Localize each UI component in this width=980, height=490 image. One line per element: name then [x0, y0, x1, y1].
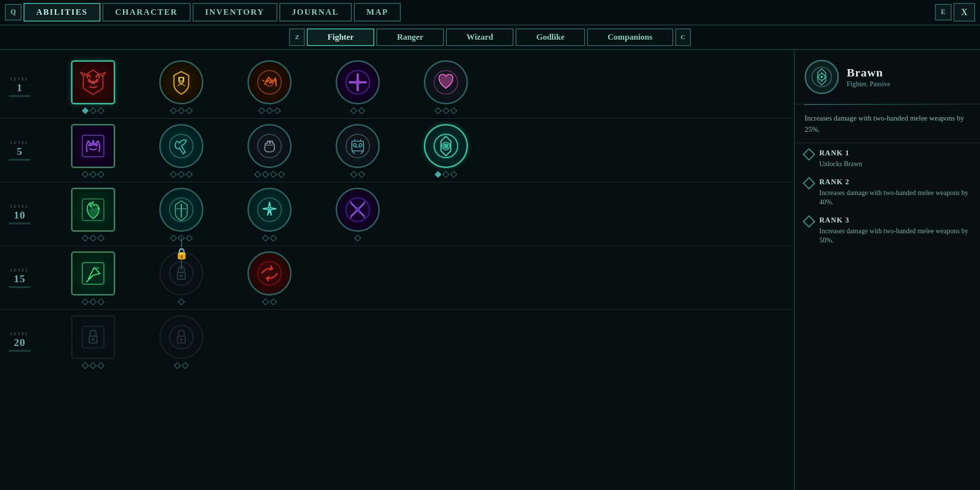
subtab-ranger[interactable]: Ranger [376, 28, 444, 46]
level-bars-10 [9, 222, 30, 224]
ability-slot-20-1 [49, 315, 137, 368]
level-text-10: LEVEL [10, 204, 29, 209]
ability-icon-20-1[interactable] [71, 315, 115, 359]
impact-icon-svg [255, 68, 284, 97]
level-20-grid [39, 310, 794, 373]
ability-icon-5-3[interactable] [247, 124, 292, 168]
dot [354, 234, 361, 241]
dot [435, 107, 441, 114]
level-5-row: LEVEL 5 [0, 119, 794, 182]
level-20-label: LEVEL 20 [0, 327, 39, 356]
ability-icon-10-3[interactable] [247, 188, 292, 232]
ability-icon-15-3[interactable] [247, 251, 292, 295]
level-1-grid [39, 55, 794, 118]
tab-character[interactable]: CHARACTER [102, 3, 191, 22]
dot [435, 171, 441, 177]
rank-2-title: RANK 2 [819, 178, 970, 186]
ability-icon-20-2[interactable] [159, 315, 203, 359]
ability-icon-impact[interactable] [247, 60, 292, 104]
heart-icon-svg [431, 68, 461, 97]
level-num-5: 5 [17, 146, 23, 157]
ability-icon-10-4[interactable] [336, 188, 380, 232]
rank-section: RANK 1 Unlocks Brawn RANK 2 Increases da… [795, 143, 980, 260]
ability-icon-cross[interactable] [336, 60, 380, 104]
svg-point-12 [88, 144, 91, 147]
dot [90, 171, 97, 177]
ability-icon-15-1[interactable] [71, 251, 115, 295]
close-button[interactable]: X [954, 3, 975, 22]
ability-5-1-dots [83, 172, 103, 177]
level-10-grid: 🔒 [39, 183, 794, 245]
svg-point-15 [258, 134, 281, 158]
tab-inventory[interactable]: INVENTORY [193, 3, 277, 22]
sub-left-key: Z [289, 28, 305, 46]
svg-point-9 [355, 79, 361, 85]
subtab-companions[interactable]: Companions [587, 28, 673, 46]
ability-slot-15-3 [225, 251, 314, 304]
svg-point-40 [180, 274, 183, 277]
level-num-20: 20 [14, 337, 25, 348]
ability-slot-15-1 [49, 251, 137, 304]
ability-5-1-svg [78, 131, 108, 161]
ability-20-1-dots [83, 363, 103, 368]
cross-icon-svg [343, 68, 372, 97]
ability-slot-5-4 [314, 124, 402, 177]
ability-slot-5-1 [49, 124, 137, 177]
level-text-15: LEVEL [10, 268, 29, 272]
ability-icon-crest[interactable] [159, 60, 203, 104]
level-10-label: LEVEL 10 [0, 200, 39, 228]
ability-icon-brawn[interactable] [71, 60, 115, 104]
dot [90, 362, 97, 369]
tab-map[interactable]: MAP [354, 3, 401, 22]
ability-icon-5-1[interactable] [71, 124, 115, 168]
level-bars-5 [9, 159, 30, 161]
ability-10-2-svg [167, 195, 196, 224]
svg-rect-11 [82, 135, 104, 157]
ability-slot-5-5 [402, 124, 490, 177]
dot [266, 107, 273, 114]
ability-15-3-dots [263, 299, 276, 304]
subtab-wizard[interactable]: Wizard [446, 28, 514, 46]
ability-1-5-dots [436, 108, 456, 113]
ability-slot-1-1 [49, 60, 137, 113]
level-15-row: LEVEL 15 [0, 246, 794, 310]
ability-slot-20-2 [137, 315, 225, 368]
detail-title-area: Brawn Fighter, Passive [847, 66, 890, 88]
ability-15-1-dots [83, 299, 103, 304]
ability-icon-10-2[interactable] [159, 188, 203, 232]
ability-icon-5-2[interactable] [159, 124, 203, 168]
ability-icon-5-4[interactable] [336, 124, 380, 168]
dot [98, 171, 104, 177]
svg-point-47 [180, 339, 183, 341]
dot [270, 171, 277, 177]
ability-5-4-dots [351, 172, 364, 177]
ability-15-3-svg [255, 259, 284, 288]
ability-5-2-svg [167, 131, 196, 161]
ability-5-5-svg [431, 131, 461, 161]
svg-point-50 [821, 76, 823, 78]
ability-15-2-dots [179, 299, 184, 304]
dot [186, 107, 193, 114]
svg-point-26 [444, 145, 447, 147]
dot [442, 171, 449, 177]
level-15-label: LEVEL 15 [0, 264, 39, 292]
dot [82, 107, 89, 114]
main-layout: LEVEL 1 [0, 50, 980, 490]
subtab-fighter[interactable]: Fighter [307, 28, 374, 46]
ability-icon-heart[interactable] [424, 60, 468, 104]
dot [170, 171, 177, 177]
lock-icon: 🔒 [175, 247, 188, 260]
dot [270, 234, 277, 241]
ability-icon-5-5[interactable] [424, 124, 468, 168]
dot [274, 107, 281, 114]
rank-1-desc: Unlocks Brawn [819, 159, 862, 169]
subtab-godlike[interactable]: Godlike [515, 28, 585, 46]
rank-3-content: RANK 3 Increases damage with two-handed … [819, 216, 970, 245]
level-text-5: LEVEL [10, 140, 29, 145]
svg-point-2 [96, 79, 98, 82]
rank-2-content: RANK 2 Increases damage with two-handed … [819, 178, 970, 207]
tab-abilities[interactable]: ABILITIES [24, 3, 100, 22]
svg-point-1 [88, 79, 91, 82]
tab-journal[interactable]: JOURNAL [279, 3, 352, 22]
ability-icon-10-1[interactable] [71, 188, 115, 232]
